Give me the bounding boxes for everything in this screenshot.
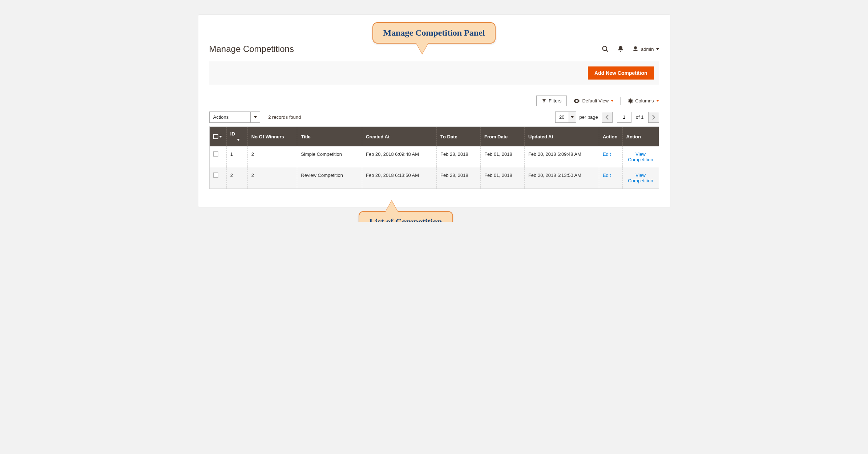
table-row: 2 2 Review Competition Feb 20, 2018 6:13… [209, 167, 659, 189]
view-competition-link[interactable]: View Competition [626, 151, 655, 162]
gear-icon [627, 98, 633, 104]
cell-created: Feb 20, 2018 6:13:50 AM [362, 167, 437, 189]
separator [620, 97, 621, 105]
prev-page-button[interactable] [602, 112, 613, 123]
toolbar-right: 20 per page of 1 [555, 112, 659, 123]
cell-from-date: Feb 01, 2018 [481, 167, 525, 189]
records-found-label: 2 records found [268, 114, 301, 120]
cell-title: Review Competition [297, 167, 362, 189]
page-header: Manage Competitions admin [209, 44, 659, 54]
default-view-label: Default View [582, 98, 609, 104]
per-page-value: 20 [556, 112, 568, 122]
row-checkbox[interactable] [213, 173, 218, 178]
filters-button[interactable]: Filters [536, 96, 567, 106]
cell-to-date: Feb 28, 2018 [437, 146, 481, 167]
callout-top: Manage Competition Panel [372, 22, 496, 44]
columns-label: Columns [635, 98, 654, 104]
page-input[interactable] [617, 112, 631, 123]
header-title[interactable]: Title [297, 127, 362, 147]
grid-toolbar-2: Actions 2 records found 20 per page of 1 [209, 112, 659, 123]
svg-point-0 [603, 46, 607, 51]
per-page-label: per page [579, 114, 598, 120]
action-bar: Add New Competition [209, 61, 659, 85]
cell-id: 1 [226, 146, 247, 167]
header-from-date[interactable]: From Date [481, 127, 525, 147]
eye-icon [573, 98, 580, 104]
header-icons: admin [602, 45, 659, 53]
cell-created: Feb 20, 2018 6:09:48 AM [362, 146, 437, 167]
cell-updated: Feb 20, 2018 6:09:48 AM [524, 146, 599, 167]
chevron-left-icon [605, 115, 609, 119]
next-page-button[interactable] [648, 112, 659, 123]
bulk-actions-label: Actions [210, 112, 251, 122]
cell-from-date: Feb 01, 2018 [481, 146, 525, 167]
default-view-dropdown[interactable]: Default View [573, 98, 614, 104]
row-checkbox[interactable] [213, 151, 218, 157]
columns-dropdown[interactable]: Columns [627, 98, 659, 104]
chevron-down-icon [656, 100, 659, 102]
header-checkbox[interactable] [209, 127, 226, 147]
sort-arrow-icon [237, 139, 240, 141]
edit-link[interactable]: Edit [603, 173, 611, 178]
user-menu[interactable]: admin [632, 46, 659, 52]
cell-to-date: Feb 28, 2018 [437, 167, 481, 189]
chevron-right-icon [652, 115, 655, 119]
header-action-edit: Action [599, 127, 622, 147]
callout-bottom: List of Competition [359, 211, 453, 222]
filters-label: Filters [549, 98, 561, 104]
cell-winners: 2 [247, 167, 297, 189]
admin-panel: Manage Competition Panel Manage Competit… [198, 15, 670, 207]
header-winners[interactable]: No Of Winners [247, 127, 297, 147]
competitions-table: ID No Of Winners Title Created At To Dat… [209, 126, 659, 189]
user-label: admin [641, 46, 654, 52]
header-to-date[interactable]: To Date [437, 127, 481, 147]
bulk-actions-select[interactable]: Actions [209, 112, 261, 123]
page-of-label: of 1 [636, 114, 644, 120]
cell-updated: Feb 20, 2018 6:13:50 AM [524, 167, 599, 189]
user-icon [632, 46, 639, 52]
edit-link[interactable]: Edit [603, 151, 611, 157]
svg-line-1 [606, 50, 608, 52]
per-page-select[interactable]: 20 [555, 112, 576, 123]
per-page-control: 20 per page [555, 112, 598, 123]
view-competition-link[interactable]: View Competition [626, 173, 655, 183]
grid-toolbar: Filters Default View Columns [209, 96, 659, 106]
chevron-down-icon [611, 100, 614, 102]
table-header-row: ID No Of Winners Title Created At To Dat… [209, 127, 659, 147]
add-new-competition-button[interactable]: Add New Competition [588, 66, 654, 80]
header-created[interactable]: Created At [362, 127, 437, 147]
search-icon[interactable] [602, 45, 609, 53]
toolbar-left: Actions 2 records found [209, 112, 301, 123]
bell-icon[interactable] [617, 45, 624, 53]
funnel-icon [542, 98, 546, 103]
cell-id: 2 [226, 167, 247, 189]
chevron-down-icon [568, 112, 576, 122]
cell-winners: 2 [247, 146, 297, 167]
header-action-view: Action [622, 127, 659, 147]
pager: of 1 [602, 112, 659, 123]
cell-title: Simple Competition [297, 146, 362, 167]
chevron-down-icon [250, 112, 260, 122]
header-updated[interactable]: Updated At [524, 127, 599, 147]
table-row: 1 2 Simple Competition Feb 20, 2018 6:09… [209, 146, 659, 167]
chevron-down-icon [656, 48, 659, 50]
header-id[interactable]: ID [226, 127, 247, 147]
page-title: Manage Competitions [209, 44, 294, 54]
